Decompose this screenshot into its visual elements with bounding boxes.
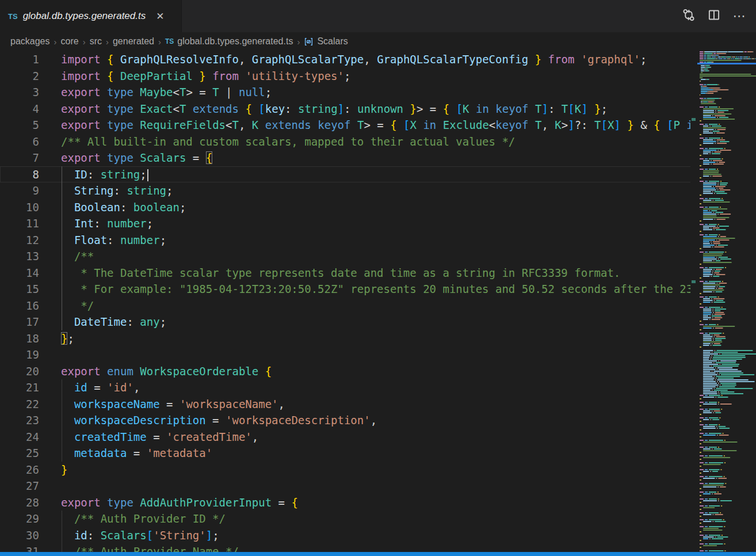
breadcrumb-label: Scalars bbox=[317, 36, 348, 47]
code-lines: 1import { GraphQLResolveInfo, GraphQLSca… bbox=[0, 51, 694, 552]
code-line-29[interactable]: 29 /** Auth Provider ID */ bbox=[0, 511, 694, 527]
code-line-11[interactable]: 11 Int: number; bbox=[0, 215, 694, 232]
line-number[interactable]: 24 bbox=[0, 429, 39, 445]
code-line-22[interactable]: 22 workspaceName = 'workspaceName', bbox=[0, 396, 694, 413]
line-number[interactable]: 15 bbox=[0, 281, 39, 298]
code-text: }; bbox=[39, 330, 74, 347]
code-text: DateTime: any; bbox=[39, 314, 166, 330]
breadcrumb-item-src[interactable]: src bbox=[90, 36, 102, 47]
code-text: Float: number; bbox=[39, 232, 166, 249]
line-number[interactable]: 22 bbox=[0, 396, 39, 413]
code-line-5[interactable]: 5export type RequireFields<T, K extends … bbox=[0, 117, 694, 134]
line-number[interactable]: 28 bbox=[0, 494, 39, 511]
split-editor-icon bbox=[707, 8, 721, 24]
line-number[interactable]: 12 bbox=[0, 232, 39, 249]
code-line-25[interactable]: 25 metadata = 'metadata' bbox=[0, 445, 694, 462]
code-line-6[interactable]: 6/** All built-in and custom scalars, ma… bbox=[0, 134, 694, 150]
breadcrumb-item-generated[interactable]: generated bbox=[113, 36, 154, 47]
breadcrumb: packages›core›src›generated›TSglobal.db.… bbox=[0, 32, 756, 51]
breadcrumb-item-packages[interactable]: packages bbox=[10, 36, 50, 47]
line-number[interactable]: 5 bbox=[0, 117, 39, 134]
code-text bbox=[39, 346, 61, 363]
breadcrumb-label: src bbox=[90, 36, 102, 47]
code-line-18[interactable]: 18}; bbox=[0, 330, 694, 347]
indent-guide bbox=[62, 396, 62, 413]
minimap-canvas bbox=[697, 51, 756, 552]
typescript-file-icon: TS bbox=[8, 12, 18, 21]
indent-guide bbox=[62, 298, 62, 314]
line-number[interactable]: 31 bbox=[0, 543, 39, 552]
breadcrumb-item-core[interactable]: core bbox=[61, 36, 79, 47]
code-line-27[interactable]: 27 bbox=[0, 478, 694, 494]
more-actions-button[interactable]: ⋯ bbox=[731, 7, 748, 25]
code-line-8[interactable]: 8 ID: string; bbox=[0, 166, 694, 183]
code-text: export type Maybe<T> = T | null; bbox=[39, 84, 272, 101]
line-number[interactable]: 20 bbox=[0, 363, 39, 380]
open-changes-button[interactable] bbox=[680, 7, 697, 25]
breadcrumb-item-scalars[interactable]: Scalars bbox=[304, 36, 348, 47]
line-number[interactable]: 14 bbox=[0, 265, 39, 281]
code-line-15[interactable]: 15 * For example: "1985-04-12T23:20:50.5… bbox=[0, 281, 694, 298]
line-number[interactable]: 13 bbox=[0, 248, 39, 265]
line-number[interactable]: 11 bbox=[0, 215, 39, 232]
split-editor-button[interactable] bbox=[705, 7, 723, 25]
indent-guide bbox=[62, 543, 62, 552]
code-line-4[interactable]: 4export type Exact<T extends { [key: str… bbox=[0, 101, 694, 117]
line-number[interactable]: 9 bbox=[0, 182, 39, 199]
tab-title: global.db.types.generated.ts bbox=[23, 10, 146, 22]
line-number[interactable]: 18 bbox=[0, 330, 39, 347]
line-number[interactable]: 8 bbox=[0, 166, 39, 183]
line-number[interactable]: 23 bbox=[0, 412, 39, 429]
symbol-type-icon bbox=[304, 37, 314, 47]
line-number[interactable]: 26 bbox=[0, 462, 39, 478]
code-line-9[interactable]: 9 String: string; bbox=[0, 182, 694, 199]
line-number[interactable]: 16 bbox=[0, 298, 39, 314]
overview-ruler[interactable] bbox=[690, 51, 697, 552]
breadcrumb-item-global-db-types-generated-ts[interactable]: TSglobal.db.types.generated.ts bbox=[165, 36, 293, 47]
code-line-23[interactable]: 23 workspaceDescription = 'workspaceDesc… bbox=[0, 412, 694, 429]
tab-global-db-types[interactable]: TS global.db.types.generated.ts ✕ bbox=[0, 0, 182, 32]
code-line-31[interactable]: 31 /** Auth Provider Name */ bbox=[0, 543, 694, 552]
code-line-28[interactable]: 28export type AddAuthProviderInput = { bbox=[0, 494, 694, 511]
code-line-13[interactable]: 13 /** bbox=[0, 248, 694, 265]
line-number[interactable]: 30 bbox=[0, 527, 39, 544]
code-line-10[interactable]: 10 Boolean: boolean; bbox=[0, 199, 694, 216]
indent-guide bbox=[62, 265, 62, 281]
line-number[interactable]: 21 bbox=[0, 379, 39, 396]
code-line-7[interactable]: 7export type Scalars = { bbox=[0, 150, 694, 166]
code-line-30[interactable]: 30 id: Scalars['String']; bbox=[0, 527, 694, 544]
line-number[interactable]: 25 bbox=[0, 445, 39, 462]
breadcrumb-separator: › bbox=[158, 37, 161, 47]
breadcrumb-label: global.db.types.generated.ts bbox=[177, 36, 293, 47]
code-text: /** bbox=[39, 248, 94, 265]
line-number[interactable]: 27 bbox=[0, 478, 39, 494]
line-number[interactable]: 6 bbox=[0, 134, 39, 150]
tab-close-icon[interactable]: ✕ bbox=[154, 9, 166, 24]
line-number[interactable]: 1 bbox=[0, 51, 39, 68]
code-line-17[interactable]: 17 DateTime: any; bbox=[0, 314, 694, 330]
line-number[interactable]: 3 bbox=[0, 84, 39, 101]
line-number[interactable]: 2 bbox=[0, 68, 39, 85]
code-line-14[interactable]: 14 * The DateTime scalar type represents… bbox=[0, 265, 694, 281]
code-line-16[interactable]: 16 */ bbox=[0, 298, 694, 314]
line-number[interactable]: 29 bbox=[0, 511, 39, 527]
line-number[interactable]: 19 bbox=[0, 346, 39, 363]
line-number[interactable]: 4 bbox=[0, 101, 39, 117]
code-line-2[interactable]: 2import { DeepPartial } from 'utility-ty… bbox=[0, 68, 694, 85]
status-bar-edge bbox=[0, 552, 756, 556]
code-line-3[interactable]: 3export type Maybe<T> = T | null; bbox=[0, 84, 694, 101]
code-text: export type RequireFields<T, K extends k… bbox=[39, 117, 694, 134]
line-number[interactable]: 10 bbox=[0, 199, 39, 216]
line-number[interactable]: 7 bbox=[0, 150, 39, 166]
code-line-1[interactable]: 1import { GraphQLResolveInfo, GraphQLSca… bbox=[0, 51, 694, 68]
minimap[interactable] bbox=[697, 51, 756, 552]
indent-guide bbox=[62, 412, 62, 429]
code-line-26[interactable]: 26} bbox=[0, 462, 694, 478]
code-line-20[interactable]: 20export enum WorkspaceOrderable { bbox=[0, 363, 694, 380]
code-line-12[interactable]: 12 Float: number; bbox=[0, 232, 694, 249]
line-number[interactable]: 17 bbox=[0, 314, 39, 330]
code-line-24[interactable]: 24 createdTime = 'createdTime', bbox=[0, 429, 694, 445]
indent-guide bbox=[62, 314, 62, 330]
code-line-19[interactable]: 19 bbox=[0, 346, 694, 363]
code-line-21[interactable]: 21 id = 'id', bbox=[0, 379, 694, 396]
